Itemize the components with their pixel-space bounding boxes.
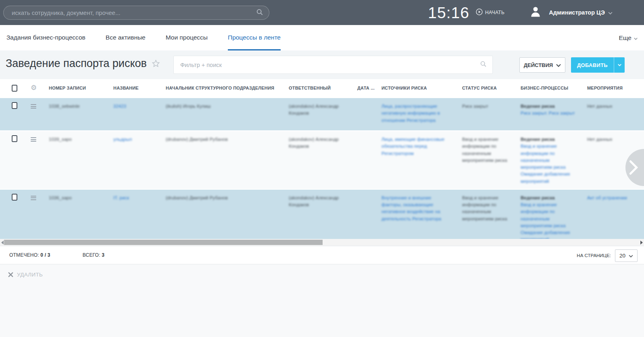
- row-menu-icon[interactable]: [31, 137, 36, 142]
- row-checkbox[interactable]: [12, 135, 17, 142]
- column-header-name[interactable]: НАЗВАНИЕ: [107, 86, 159, 90]
- page-title: Заведение паспорта рисков: [6, 57, 160, 70]
- process-tabs: Задания бизнес-процессов Все активные Мо…: [0, 25, 644, 50]
- cell-department-head: (drubanov) Дмитрий Рубанов: [159, 190, 282, 205]
- cell-business-processes[interactable]: Ведение риска Риск закрыт. Риск закрыт: [514, 98, 581, 121]
- status-bar: ОТМЕЧЕНО: 0 / 3 ВСЕГО: 3 НА СТРАНИЦЕ: 20: [0, 246, 644, 264]
- column-header-record[interactable]: НОМЕР ЗАПИСИ: [42, 86, 107, 90]
- bp-status-link[interactable]: Ввод и хранение информации по назначенны…: [521, 202, 570, 239]
- table-header: ⚙ НОМЕР ЗАПИСИ НАЗВАНИЕ НАЧАЛЬНИК СТРУКТ…: [0, 79, 644, 97]
- tabs-more-menu[interactable]: Еще: [619, 25, 638, 50]
- chevron-down-icon: [556, 62, 561, 68]
- risk-source-link[interactable]: Лица, распространяющие негативную информ…: [381, 104, 440, 123]
- per-page-label: НА СТРАНИЦЕ:: [577, 253, 611, 258]
- filter-search[interactable]: [173, 56, 493, 74]
- add-button-label[interactable]: ДОБАВИТЬ: [571, 57, 614, 73]
- record-link[interactable]: ульдрыл: [113, 137, 132, 142]
- search-icon[interactable]: [256, 8, 263, 17]
- record-link[interactable]: IT. риск: [113, 195, 129, 200]
- page-title-text: Заведение паспорта рисков: [6, 57, 147, 70]
- cell-date: [351, 131, 375, 140]
- user-menu[interactable]: Администратор ЦЭ: [529, 6, 613, 19]
- cell-risk-sources[interactable]: Внутренние и внешние факторы, оказывающи…: [375, 190, 456, 226]
- close-icon: [8, 272, 13, 277]
- cell-date: [351, 190, 375, 199]
- cell-name-link[interactable]: ульдрыл: [107, 131, 159, 147]
- column-header-responsible[interactable]: ОТВЕТСТВЕННЫЙ: [282, 86, 351, 90]
- avatar-icon: [529, 6, 542, 19]
- filter-search-input[interactable]: [180, 62, 480, 68]
- scrollbar-left-arrow-icon[interactable]: [1, 241, 4, 245]
- horizontal-scrollbar[interactable]: [0, 239, 644, 246]
- chevron-down-icon: [634, 34, 638, 42]
- cell-risk-sources[interactable]: Лица, распространяющие негативную информ…: [375, 98, 456, 128]
- bp-status-link[interactable]: Риск закрыт. Риск закрыт: [521, 111, 575, 115]
- column-header-department-head[interactable]: НАЧАЛЬНИК СТРУКТУРНОГО ПОДРАЗДЕЛЕНИЯ: [159, 86, 282, 90]
- bottom-action-panel: УДАЛИТЬ: [0, 264, 644, 337]
- global-search[interactable]: [3, 6, 269, 20]
- column-header-business-processes[interactable]: БИЗНЕС-ПРОЦЕССЫ: [514, 86, 581, 90]
- row-menu-icon[interactable]: [31, 104, 36, 109]
- clock[interactable]: 15:16: [428, 5, 469, 21]
- global-search-input[interactable]: [12, 9, 256, 16]
- actions-button[interactable]: ДЕЙСТВИЯ: [519, 57, 565, 73]
- actions-button-label: ДЕЙСТВИЯ: [524, 62, 553, 68]
- row-menu-icon[interactable]: [31, 196, 36, 200]
- cell-business-processes[interactable]: Ведение риска Ввод и хранение информации…: [514, 131, 581, 189]
- column-header-date[interactable]: ДАТА ...: [351, 86, 375, 90]
- delete-button-label: УДАЛИТЬ: [17, 272, 43, 278]
- tab-all-active[interactable]: Все активные: [106, 25, 146, 50]
- cell-name-link[interactable]: 32423: [107, 98, 159, 114]
- row-checkbox[interactable]: [12, 102, 17, 109]
- cell-risk-sources[interactable]: Лица, имеющие финансовые обязательства п…: [375, 131, 456, 161]
- row-checkbox[interactable]: [12, 194, 17, 201]
- cell-date: [351, 98, 375, 107]
- cell-events: Нет данных: [581, 98, 644, 114]
- column-header-events[interactable]: МЕРОПРИЯТИЯ: [581, 86, 644, 90]
- per-page-select[interactable]: 20: [615, 249, 638, 262]
- tab-feed-processes[interactable]: Процессы в ленте: [228, 25, 281, 50]
- add-button[interactable]: ДОБАВИТЬ: [571, 57, 625, 73]
- scrollbar-right-arrow-icon[interactable]: [640, 241, 643, 245]
- cell-events[interactable]: Акт об устранении: [581, 190, 644, 205]
- bp-title: Ведение риска: [521, 103, 577, 110]
- table-row[interactable]: 1036_sapo IT. риск (drubanov) Дмитрий Ру…: [0, 190, 644, 239]
- scrollbar-thumb[interactable]: [4, 240, 323, 245]
- play-circle-icon: [476, 8, 483, 17]
- record-link[interactable]: 32423: [113, 104, 126, 109]
- table-row[interactable]: 1039_sapo ульдрыл (drubanov) Дмитрий Руб…: [0, 131, 644, 190]
- tab-bp-tasks[interactable]: Задания бизнес-процессов: [6, 25, 85, 50]
- cell-responsible: (akondakov) Александр Кондаков: [282, 98, 351, 121]
- tab-my-processes[interactable]: Мои процессы: [166, 25, 208, 50]
- cell-events: Нет данных: [581, 131, 644, 147]
- bp-title: Ведение риска: [521, 136, 577, 143]
- bp-title: Ведение риска: [521, 195, 577, 201]
- delete-button[interactable]: УДАЛИТЬ: [8, 272, 43, 278]
- select-all-checkbox[interactable]: [12, 85, 17, 92]
- cell-risk-status: Риск закрыт: [456, 98, 514, 114]
- app-window: 15:16 НАЧАТЬ Администратор ЦЭ: [0, 0, 644, 337]
- bp-status-link[interactable]: Ввод и хранение информации по назначенны…: [521, 144, 570, 183]
- search-icon[interactable]: [480, 61, 487, 69]
- favorite-star-icon[interactable]: [152, 59, 160, 68]
- risk-source-link[interactable]: Внутренние и внешние факторы, оказывающи…: [381, 195, 441, 221]
- add-button-dropdown[interactable]: [614, 57, 625, 73]
- table-row[interactable]: 1038_sebwinle 32423 (ikulish) Игорь Кули…: [0, 98, 644, 131]
- cell-name-link[interactable]: IT. риск: [107, 190, 159, 205]
- user-name: Администратор ЦЭ: [549, 9, 605, 16]
- risk-source-link[interactable]: Лица, имеющие финансовые обязательства п…: [381, 137, 444, 156]
- per-page-control: НА СТРАНИЦЕ: 20: [577, 246, 638, 265]
- cell-responsible: (akondakov) Александр Кондаков: [282, 190, 351, 213]
- event-link[interactable]: Акт об устранении: [587, 195, 627, 200]
- cell-responsible: (akondakov) Александр Кондаков: [282, 131, 351, 154]
- gear-icon[interactable]: ⚙: [31, 84, 37, 92]
- toolbar: Заведение паспорта рисков ДЕЙСТВИЯ: [0, 50, 644, 79]
- start-timer-label: НАЧАТЬ: [485, 10, 504, 15]
- checked-value: 0 / 3: [40, 252, 50, 258]
- column-header-risk-status[interactable]: СТАТУС РИСКА: [456, 86, 514, 90]
- top-bar: 15:16 НАЧАТЬ Администратор ЦЭ: [0, 0, 644, 25]
- cell-business-processes[interactable]: Ведение риска Ввод и хранение информации…: [514, 190, 581, 239]
- total-value: 3: [102, 252, 104, 258]
- column-header-risk-sources[interactable]: ИСТОЧНИКИ РИСКА: [375, 86, 456, 90]
- start-timer-button[interactable]: НАЧАТЬ: [476, 8, 504, 17]
